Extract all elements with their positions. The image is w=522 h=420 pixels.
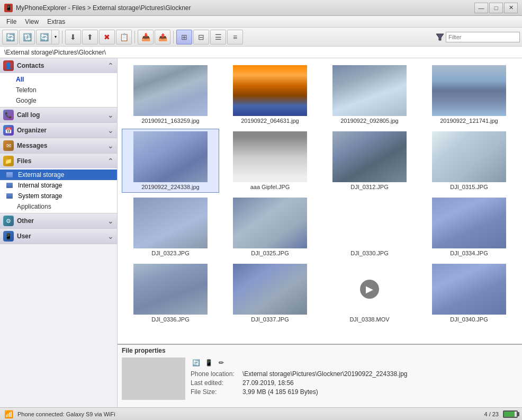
view-large-icons[interactable]: ⊞ [176, 30, 192, 44]
sync-dropdown-arrow[interactable]: ▾ [52, 30, 59, 44]
menu-file[interactable]: File [2, 17, 21, 26]
sync-button[interactable]: 🔃 [19, 30, 35, 44]
file-properties-panel: File properties 🔄 📱 ✏ Phone location: \E… [118, 344, 522, 407]
view-small-icons[interactable]: ⊟ [193, 30, 209, 44]
file-grid[interactable]: 20190921_163259.jpg20190922_064631.jpg20… [118, 58, 522, 344]
files-icon: 📁 [3, 156, 14, 166]
phone-location-value: \External storage\Pictures\Glockner\2019… [242, 370, 408, 378]
battery-fill [504, 412, 515, 417]
file-name-label: DJI_0334.JPG [450, 250, 488, 256]
file-name-label: DJI_0336.JPG [151, 316, 190, 323]
file-item[interactable]: DJI_0325.JPG [221, 195, 319, 259]
sidebar-header-calllog[interactable]: 📞 Call log ⌄ [0, 108, 117, 122]
file-item[interactable]: 20190921_163259.jpg [122, 62, 219, 127]
file-thumbnail [133, 264, 208, 315]
view-list[interactable]: ☰ [210, 30, 226, 44]
titlebar-left: 📱 MyPhoneExplorer - Files > External sto… [4, 4, 191, 12]
path-text: \External storage\Pictures\Glockner\ [4, 49, 106, 56]
up-button[interactable]: ⬆ [82, 30, 98, 44]
system-storage-icon [6, 193, 13, 199]
file-item[interactable]: DJI_0312.JPG [321, 129, 418, 193]
sidebar-item-external-storage[interactable]: External storage [0, 169, 117, 180]
menu-view[interactable]: View [21, 17, 43, 26]
prop-edit-icon[interactable]: ✏ [216, 358, 227, 368]
svg-marker-0 [436, 34, 444, 40]
sidebar-item-telefon[interactable]: Telefon [0, 85, 117, 95]
file-name-label: 20190922_224338.jpg [141, 184, 200, 190]
file-properties-title: File properties [122, 347, 518, 354]
down-button[interactable]: ⬇ [65, 30, 81, 44]
file-size-value: 3,99 MB (4 185 619 Bytes) [242, 388, 318, 396]
file-name-label: DJI_0325.JPG [251, 250, 289, 256]
statusbar: 📶 Phone connected: Galaxy S9 via WiFi 4 … [0, 407, 522, 420]
sidebar-header-messages[interactable]: ✉ Messages ⌄ [0, 138, 117, 153]
main-layout: 👤 Contacts ⌃ All Telefon Google 📞 Call l… [0, 58, 522, 407]
sidebar-item-internal-storage[interactable]: Internal storage [0, 180, 117, 191]
minimize-button[interactable]: — [474, 3, 488, 13]
file-item[interactable]: 20190922_121741.jpg [420, 62, 518, 127]
sidebar-header-organizer[interactable]: 📅 Organizer ⌄ [0, 123, 117, 138]
file-thumbnail [332, 198, 407, 248]
sidebar-header-user[interactable]: 📱 User ⌄ [0, 229, 117, 244]
filter-box [434, 31, 520, 43]
paste-button[interactable]: 📤 [155, 30, 170, 44]
delete-button[interactable]: ✖ [99, 30, 115, 44]
titlebar: 📱 MyPhoneExplorer - Files > External sto… [0, 0, 522, 16]
file-properties-details-side: 🔄 📱 ✏ Phone location: \External storage\… [191, 358, 408, 400]
close-button[interactable]: ✕ [504, 3, 518, 13]
file-item[interactable]: aaa Gipfel.JPG [221, 129, 319, 193]
file-name-label: 20190922_064631.jpg [241, 118, 299, 124]
file-item[interactable]: DJI_0330.JPG [321, 195, 418, 259]
file-item[interactable]: DJI_0337.JPG [221, 261, 319, 325]
maximize-button[interactable]: □ [489, 3, 503, 13]
sidebar-item-google[interactable]: Google [0, 95, 117, 106]
sidebar-item-all[interactable]: All [0, 74, 117, 85]
file-item[interactable]: DJI_0323.JPG [122, 195, 219, 259]
file-name-label: DJI_0323.JPG [151, 250, 190, 256]
file-item[interactable]: 20190922_064631.jpg [221, 62, 319, 127]
file-item[interactable]: DJI_0315.JPG [420, 129, 518, 193]
file-name-label: DJI_0312.JPG [350, 184, 389, 190]
view-details[interactable]: ≡ [227, 30, 243, 44]
menu-extras[interactable]: Extras [43, 17, 69, 26]
app-icon: 📱 [4, 4, 13, 12]
sidebar-item-system-storage[interactable]: System storage [0, 191, 117, 201]
file-item[interactable]: 20190922_224338.jpg [122, 129, 219, 193]
prop-row-file-size: File Size: 3,99 MB (4 185 619 Bytes) [191, 388, 408, 396]
wifi-icon: 📶 [4, 410, 13, 418]
file-name-label: DJI_0340.JPG [450, 316, 488, 323]
file-item[interactable]: DJI_0340.JPG [420, 261, 518, 325]
file-name-label: 20190921_163259.jpg [141, 118, 200, 124]
internal-storage-label: Internal storage [18, 182, 62, 189]
sync-direction-button[interactable]: 🔄 [36, 30, 52, 44]
file-name-label: DJI_0330.JPG [350, 250, 389, 256]
prop-refresh-icon[interactable]: 🔄 [191, 358, 201, 368]
sidebar-item-applications[interactable]: Applications [0, 201, 117, 212]
organizer-arrow: ⌄ [107, 126, 114, 135]
sidebar-header-files[interactable]: 📁 Files ⌃ [0, 154, 117, 168]
file-item[interactable]: DJI_0334.JPG [420, 195, 518, 259]
funnel-icon [436, 33, 444, 41]
file-thumbnail [233, 65, 307, 116]
last-edited-label: Last edited: [191, 379, 238, 387]
organizer-label: Organizer [17, 127, 104, 134]
prop-phone-icon[interactable]: 📱 [203, 358, 214, 368]
file-thumbnail [432, 198, 506, 248]
sidebar-header-contacts[interactable]: 👤 Contacts ⌃ [0, 58, 117, 73]
phone-to-pc-button[interactable]: 📋 [116, 30, 132, 44]
file-item[interactable]: DJI_0336.JPG [122, 261, 219, 325]
filter-input[interactable] [446, 32, 520, 42]
separator-2 [134, 31, 135, 43]
file-thumbnail [133, 198, 208, 248]
copy-button[interactable]: 📥 [138, 30, 154, 44]
toolbar: 🔄 🔃 🔄 ▾ ⬇ ⬆ ✖ 📋 📥 📤 ⊞ ⊟ ☰ ≡ [0, 28, 522, 47]
file-item[interactable]: 20190922_092805.jpg [321, 62, 418, 127]
page-info: 4 / 23 [484, 411, 499, 417]
file-item[interactable]: ▶DJI_0338.MOV [321, 261, 418, 325]
calllog-icon: 📞 [3, 110, 14, 120]
file-thumbnail [133, 131, 208, 182]
internal-storage-icon [6, 183, 13, 188]
refresh-button[interactable]: 🔄 [2, 30, 18, 44]
file-name-label: DJI_0337.JPG [251, 316, 289, 323]
sidebar-header-other[interactable]: ⚙ Other ⌄ [0, 213, 117, 228]
